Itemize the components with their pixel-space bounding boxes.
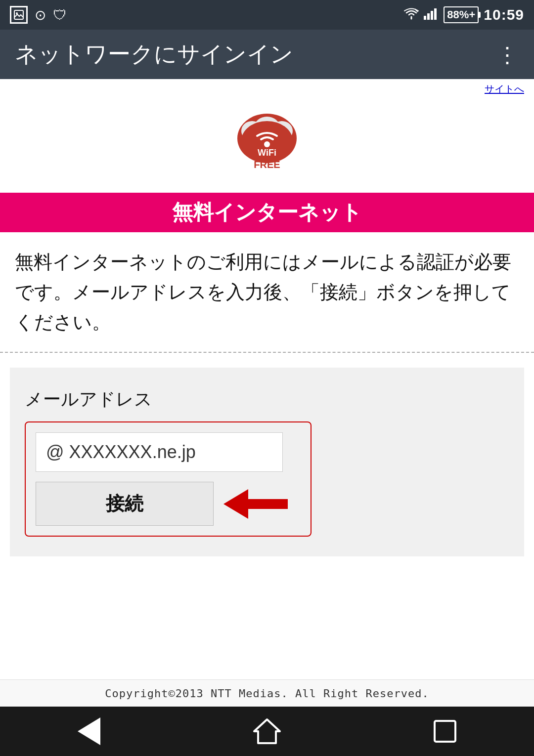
connect-button[interactable]: 接続 <box>36 482 214 526</box>
banner-text: 無料インターネット <box>172 199 362 226</box>
form-area: メールアドレス 接続 <box>10 368 524 556</box>
nav-bar <box>0 707 534 756</box>
recent-icon <box>434 720 456 743</box>
wifi-free-logo: WiFi FREE <box>227 109 307 188</box>
status-time: 10:59 <box>484 6 524 23</box>
battery-icon: 88%+ <box>444 6 479 23</box>
svg-rect-3 <box>424 16 426 20</box>
email-input-row <box>36 432 301 472</box>
svg-rect-5 <box>431 11 433 20</box>
wifi-icon <box>404 7 419 23</box>
more-options-icon[interactable]: ⋮ <box>496 42 519 67</box>
recent-apps-button[interactable] <box>430 716 460 746</box>
status-bar-right-icons: 88%+ 10:59 <box>404 6 524 23</box>
pink-banner: 無料インターネット <box>0 193 534 232</box>
email-input[interactable] <box>36 432 283 472</box>
top-link-bar: サイトへ <box>0 79 534 99</box>
home-button[interactable] <box>252 716 282 746</box>
svg-rect-4 <box>427 13 430 20</box>
logo-area: WiFi FREE <box>0 99 534 193</box>
title-bar: ネットワークにサインイン ⋮ <box>0 30 534 79</box>
red-arrow-icon <box>223 484 288 524</box>
messenger-icon: ⊙ <box>35 7 46 23</box>
battery-plus: + <box>469 8 475 21</box>
image-icon <box>10 6 28 24</box>
site-link[interactable]: サイトへ <box>485 83 524 96</box>
copyright-text: Copyright©2013 NTT Medias. All Right Res… <box>105 687 429 700</box>
form-box: 接続 <box>25 421 312 537</box>
status-bar: ⊙ 🛡 88%+ 10:59 <box>0 0 534 30</box>
description-area: 無料インターネットのご利用にはメールによる認証が必要です。メールアドレスを入力後… <box>0 232 534 347</box>
back-button[interactable] <box>74 716 104 746</box>
svg-rect-6 <box>434 8 437 20</box>
svg-marker-16 <box>254 719 280 743</box>
copyright-bar: Copyright©2013 NTT Medias. All Right Res… <box>0 679 534 707</box>
dashed-divider <box>0 352 534 353</box>
svg-text:WiFi: WiFi <box>258 148 276 158</box>
signal-icon <box>424 7 439 23</box>
page-title: ネットワークにサインイン <box>15 39 293 70</box>
content-area: サイトへ WiFi FREE <box>0 79 534 556</box>
back-icon <box>78 717 100 745</box>
svg-rect-0 <box>14 10 23 19</box>
svg-marker-15 <box>223 489 288 519</box>
form-label: メールアドレス <box>25 387 509 412</box>
description-text: 無料インターネットのご利用にはメールによる認証が必要です。メールアドレスを入力後… <box>15 247 519 337</box>
status-bar-left-icons: ⊙ 🛡 <box>10 6 67 24</box>
shield-icon: 🛡 <box>53 7 67 23</box>
connect-btn-row: 接続 <box>36 482 301 526</box>
home-icon <box>253 717 281 745</box>
battery-percent: 88% <box>447 8 469 21</box>
svg-text:FREE: FREE <box>254 159 280 170</box>
svg-point-12 <box>264 141 270 147</box>
